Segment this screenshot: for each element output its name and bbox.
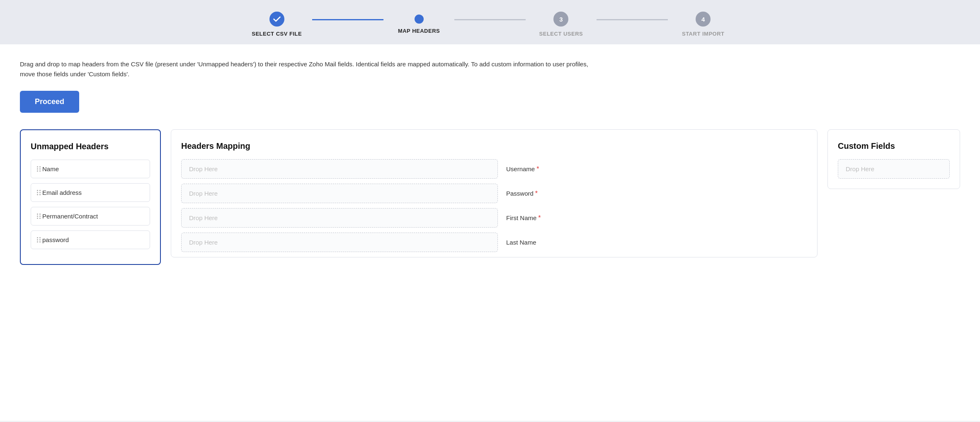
proceed-button[interactable]: Proceed <box>20 91 79 113</box>
step-line-3 <box>597 19 667 20</box>
drag-item-contract[interactable]: Permanent/Contract <box>31 207 150 226</box>
drag-handle-email <box>37 190 38 195</box>
custom-drop-zone[interactable]: Drop Here <box>838 159 950 179</box>
drop-zone-password[interactable]: Drop Here <box>181 184 498 203</box>
step-select-csv: SELECT CSV FILE <box>241 12 312 37</box>
step-label-1: SELECT CSV FILE <box>252 31 302 37</box>
drag-item-email[interactable]: Email address <box>31 183 150 202</box>
description-text: Drag and drop to map headers from the CS… <box>20 59 600 79</box>
drop-zone-firstname[interactable]: Drop Here <box>181 208 498 228</box>
required-star-password: * <box>535 190 538 197</box>
required-star-firstname: * <box>538 214 541 222</box>
panels-row: Unmapped Headers Name Email address Perm… <box>20 129 960 265</box>
field-label-lastname: Last Name <box>498 239 807 246</box>
step-start-import: 4 START IMPORT <box>668 12 739 37</box>
drag-label-name: Name <box>42 165 59 172</box>
custom-fields-panel: Custom Fields Drop Here <box>827 129 960 189</box>
step-label-2: MAP HEADERS <box>398 28 440 34</box>
drag-handle-name <box>37 166 38 172</box>
mapping-row-password: Drop Here Password* <box>181 184 807 203</box>
mapping-row-lastname: Drop Here Last Name <box>181 233 807 252</box>
drag-handle-contract <box>37 213 38 219</box>
step-circle-1 <box>269 12 284 27</box>
drop-zone-lastname[interactable]: Drop Here <box>181 233 498 252</box>
main-content: Drag and drop to map headers from the CS… <box>0 44 980 421</box>
step-select-users: 3 SELECT USERS <box>526 12 597 37</box>
field-label-username: Username* <box>498 165 807 173</box>
step-circle-3: 3 <box>553 12 568 27</box>
stepper: SELECT CSV FILE MAP HEADERS 3 SELECT USE… <box>241 12 739 37</box>
drag-label-email: Email address <box>42 189 82 196</box>
required-star-username: * <box>536 165 539 173</box>
step-line-1 <box>312 19 383 20</box>
drag-handle-password <box>37 237 38 243</box>
drag-label-contract: Permanent/Contract <box>42 213 98 220</box>
step-circle-2 <box>415 15 424 24</box>
custom-fields-title: Custom Fields <box>838 141 950 151</box>
drop-zone-username[interactable]: Drop Here <box>181 159 498 179</box>
field-label-firstname: First Name* <box>498 214 807 222</box>
drag-label-password: password <box>42 236 69 243</box>
step-label-4: START IMPORT <box>682 31 725 37</box>
mapping-panel-title: Headers Mapping <box>181 141 807 151</box>
unmapped-headers-panel: Unmapped Headers Name Email address Perm… <box>20 129 161 265</box>
headers-mapping-panel: Headers Mapping Drop Here Username* Drop… <box>171 129 817 257</box>
field-label-password: Password* <box>498 190 807 197</box>
unmapped-headers-title: Unmapped Headers <box>31 142 150 151</box>
stepper-bar: SELECT CSV FILE MAP HEADERS 3 SELECT USE… <box>0 0 980 44</box>
drag-item-password[interactable]: password <box>31 230 150 249</box>
step-line-2 <box>454 19 525 20</box>
step-map-headers: MAP HEADERS <box>383 15 454 34</box>
step-label-3: SELECT USERS <box>539 31 583 37</box>
mapping-row-firstname: Drop Here First Name* <box>181 208 807 228</box>
drag-item-name[interactable]: Name <box>31 160 150 178</box>
mapping-row-username: Drop Here Username* <box>181 159 807 179</box>
step-circle-4: 4 <box>696 12 711 27</box>
